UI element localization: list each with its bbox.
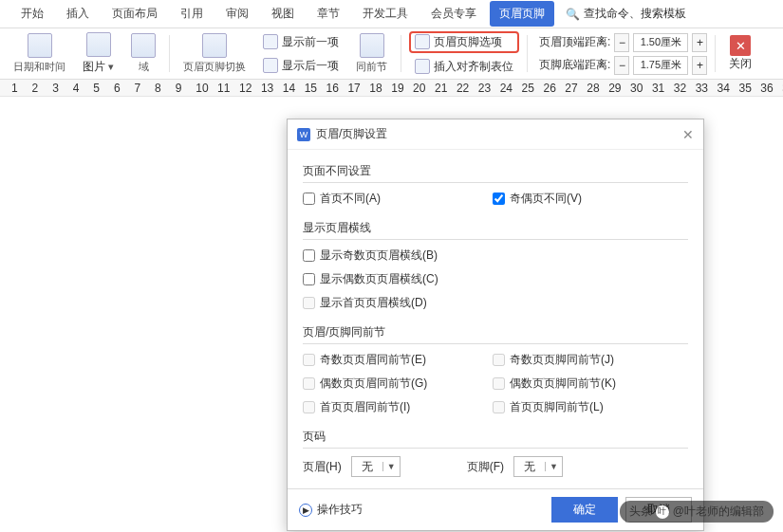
dist-bot-minus[interactable]: − (614, 56, 629, 75)
link-icon (360, 33, 384, 58)
tab-view[interactable]: 视图 (262, 1, 304, 27)
dialog-title: 页眉/页脚设置 (316, 126, 387, 142)
picture-button[interactable]: 图片 ▾ (77, 31, 120, 76)
ruler: 1234567891011121314151617181920212223242… (0, 80, 783, 97)
checkbox-odd-header-prev: 奇数页页眉同前节(E) (303, 352, 464, 368)
switch-icon (202, 33, 227, 58)
footer-pagenum-select[interactable]: 无▼ (513, 456, 563, 477)
footer-bottom-distance: 页脚底端距离: − + (535, 56, 707, 75)
menu-tabs: 开始 插入 页面布局 引用 审阅 视图 章节 开发工具 会员专享 页眉页脚 🔍 … (0, 0, 783, 28)
section-header-line: 显示页眉横线 (303, 214, 688, 240)
watermark: 头条 叶 @叶老师的编辑部 (620, 501, 774, 523)
tab-vip[interactable]: 会员专享 (421, 1, 486, 27)
app-logo-icon: W (297, 128, 310, 141)
checkbox-first-page[interactable]: 首页不同(A) (303, 191, 464, 207)
checkbox-odd-even[interactable]: 奇偶页不同(V) (493, 191, 654, 207)
tab-icon (415, 59, 430, 74)
header-pagenum-label: 页眉(H) (303, 459, 342, 475)
checkbox-even-footer-prev: 偶数页页脚同前节(K) (493, 376, 654, 392)
show-next-button[interactable]: 显示后一项 (257, 56, 345, 76)
chevron-down-icon: ▼ (545, 462, 562, 471)
field-icon (131, 33, 156, 58)
checkbox-even-header-prev: 偶数页页眉同前节(G) (303, 376, 464, 392)
dist-top-input[interactable] (633, 33, 688, 52)
tab-ref[interactable]: 引用 (171, 1, 213, 27)
checkbox-even-line[interactable]: 显示偶数页页眉横线(C) (303, 271, 464, 287)
switch-button[interactable]: 页眉页脚切换 (177, 31, 252, 76)
checkbox-odd-footer-prev: 奇数页页脚同前节(J) (493, 352, 654, 368)
ribbon: 日期和时间 图片 ▾ 域 页眉页脚切换 显示前一项 显示后一项 同前节 页眉页脚… (0, 28, 783, 80)
close-button[interactable]: ✕ 关闭 (723, 31, 757, 76)
tab-insert[interactable]: 插入 (57, 1, 99, 27)
options-icon (415, 34, 430, 49)
search-box[interactable]: 🔍 查找命令、搜索模板 (566, 6, 686, 22)
header-pagenum-select[interactable]: 无▼ (351, 456, 401, 477)
chevron-down-icon: ▼ (382, 462, 400, 471)
section-same-prev: 页眉/页脚同前节 (303, 319, 688, 344)
dialog-close-button[interactable]: ✕ (682, 127, 694, 142)
tab-layout[interactable]: 页面布局 (103, 1, 167, 27)
dist-bot-plus[interactable]: + (692, 56, 707, 75)
tab-dev[interactable]: 开发工具 (353, 1, 418, 27)
checkbox-odd-line[interactable]: 显示奇数页页眉横线(B) (303, 248, 464, 264)
field-button[interactable]: 域 (125, 31, 161, 76)
checkbox-first-footer-prev: 首页页脚同前节(L) (493, 399, 654, 415)
search-placeholder: 查找命令、搜索模板 (584, 6, 686, 22)
section-page-number: 页码 (303, 423, 688, 449)
checkbox-first-line: 显示首页页眉横线(D) (303, 295, 464, 311)
tab-header-footer[interactable]: 页眉页脚 (490, 1, 554, 27)
avatar-icon: 叶 (656, 505, 669, 519)
header-footer-dialog: W 页眉/页脚设置 ✕ 页面不同设置 首页不同(A) 奇偶页不同(V) 显示页眉… (287, 119, 704, 531)
same-section-button[interactable]: 同前节 (350, 31, 393, 76)
checkbox-first-header-prev: 首页页眉同前节(I) (303, 399, 464, 415)
header-top-distance: 页眉顶端距离: − + (535, 33, 707, 52)
ok-button[interactable]: 确定 (551, 497, 618, 523)
tab-chapter[interactable]: 章节 (308, 1, 349, 27)
watermark-brand: 头条 (629, 504, 652, 520)
tips-link[interactable]: ▶操作技巧 (299, 502, 363, 518)
play-icon: ▶ (299, 504, 312, 517)
close-icon: ✕ (730, 35, 751, 56)
prev-icon (263, 34, 278, 49)
insert-tab-button[interactable]: 插入对齐制表位 (409, 57, 519, 77)
dist-top-plus[interactable]: + (692, 33, 707, 52)
next-icon (263, 58, 278, 73)
search-icon: 🔍 (566, 8, 580, 21)
footer-pagenum-label: 页脚(F) (467, 459, 504, 475)
tab-start[interactable]: 开始 (11, 1, 53, 27)
watermark-author: @叶老师的编辑部 (673, 504, 764, 520)
dist-bot-input[interactable] (633, 56, 688, 75)
dist-top-minus[interactable]: − (614, 33, 629, 52)
header-footer-options-button[interactable]: 页眉页脚选项 (409, 31, 519, 53)
datetime-button[interactable]: 日期和时间 (8, 31, 71, 76)
show-prev-button[interactable]: 显示前一项 (257, 32, 345, 52)
section-page-diff: 页面不同设置 (303, 157, 688, 183)
dialog-titlebar: W 页眉/页脚设置 ✕ (288, 119, 703, 150)
calendar-icon (28, 33, 52, 58)
picture-icon (86, 32, 111, 57)
tab-review[interactable]: 审阅 (216, 1, 258, 27)
